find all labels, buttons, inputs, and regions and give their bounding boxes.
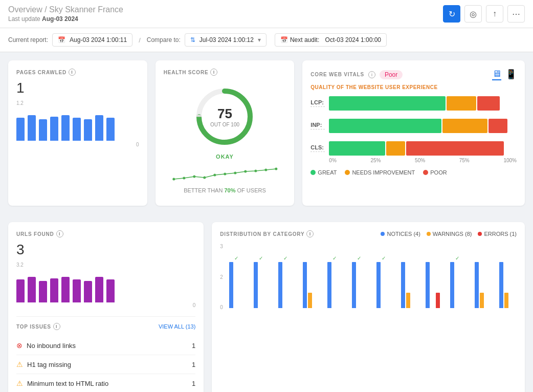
bar bbox=[73, 279, 81, 302]
lcp-red bbox=[477, 96, 500, 111]
dist-bar bbox=[475, 262, 479, 308]
second-row bbox=[0, 214, 533, 222]
dist-legend: NOTICES (4)WARNINGS (8)ERRORS (1) bbox=[381, 231, 517, 237]
main-grid: PAGES CRAWLED i 1 1.2 0 HEALTH SCORE i bbox=[0, 52, 533, 214]
compare-calendar-icon: ⇅ bbox=[190, 36, 195, 43]
calendar-icon: 📅 bbox=[58, 36, 65, 43]
dist-col bbox=[300, 244, 320, 308]
vitals-axis: 0% 25% 50% 75% 100% bbox=[310, 158, 517, 163]
dist-bar bbox=[480, 293, 484, 308]
compare-to-label: Compare to: bbox=[147, 36, 181, 43]
compare-to-select[interactable]: ⇅ Jul-03 2024 1:00:12 ▾ bbox=[185, 33, 266, 47]
cwv-info[interactable]: i bbox=[368, 71, 375, 78]
dist-col bbox=[496, 244, 517, 308]
view-all-link[interactable]: VIEW ALL (13) bbox=[159, 323, 195, 330]
sparkline bbox=[164, 164, 286, 184]
bar bbox=[73, 118, 81, 141]
health-score-card: HEALTH SCORE i 75 OUT OF 100 OKAY bbox=[156, 60, 295, 206]
dist-info[interactable]: i bbox=[306, 230, 314, 237]
dist-bar bbox=[504, 293, 508, 308]
bar bbox=[95, 115, 103, 141]
bar bbox=[106, 118, 115, 141]
compare-to-value: Jul-03 2024 1:00:12 bbox=[199, 36, 254, 43]
pages-crawled-info[interactable]: i bbox=[69, 69, 76, 76]
share-button[interactable]: ◎ bbox=[464, 5, 482, 23]
issue-icon: ⊗ bbox=[16, 341, 23, 350]
health-status: OKAY bbox=[216, 154, 234, 160]
dist-bars-wrap bbox=[450, 262, 464, 308]
bar bbox=[16, 279, 25, 302]
dist-y-3: 3 bbox=[220, 244, 223, 249]
dist-chart-wrapper: 3 2 0 ✓✓✓✓✓✓✓ bbox=[220, 244, 517, 310]
health-score-container: 75 OUT OF 100 OKAY BETTE bbox=[164, 78, 286, 198]
dist-legend-dot bbox=[427, 232, 431, 236]
dist-legend-label: WARNINGS (8) bbox=[433, 231, 472, 237]
header-left: Overview / Sky Skanner France Last updat… bbox=[8, 5, 123, 23]
pages-crawled-scale-max: 1.2 bbox=[16, 100, 139, 106]
dist-bar bbox=[254, 262, 258, 308]
urls-found-title: URLS FOUND i bbox=[16, 230, 195, 237]
svg-point-9 bbox=[234, 172, 236, 175]
bar bbox=[84, 119, 92, 141]
cls-row: CLS: bbox=[310, 141, 517, 156]
dist-title: DISTRIBUTION BY CATEGORY i bbox=[220, 230, 314, 237]
breadcrumb-prefix: Overview bbox=[8, 5, 42, 14]
cls-green bbox=[329, 141, 385, 156]
dist-y-axis: 3 2 0 bbox=[220, 244, 223, 310]
pages-crawled-title: PAGES CRAWLED i bbox=[16, 69, 139, 76]
dist-bar bbox=[401, 262, 405, 308]
dist-legend-item: WARNINGS (8) bbox=[427, 231, 472, 237]
mobile-icon[interactable]: 📱 bbox=[505, 69, 517, 80]
legend-needs-improvement: NEEDS IMPROVEMENT bbox=[345, 169, 415, 176]
health-score-info[interactable]: i bbox=[210, 69, 217, 76]
top-issues-card: URLS FOUND i 3 3.2 0 TOP ISSUES i VIEW A… bbox=[8, 222, 204, 392]
issues-info[interactable]: i bbox=[53, 323, 60, 330]
app-header: Overview / Sky Skanner France Last updat… bbox=[0, 0, 533, 28]
upload-button[interactable]: ↑ bbox=[486, 5, 503, 23]
dist-check: ✓ bbox=[382, 255, 386, 261]
dist-check: ✓ bbox=[357, 255, 361, 261]
legend-improvement-label: NEEDS IMPROVEMENT bbox=[352, 169, 415, 176]
dist-col: ✓ bbox=[251, 244, 271, 308]
dist-bar bbox=[450, 262, 454, 308]
cwv-subtitle: QUALITY OF THE WEBSITE USER EXPERIENCE bbox=[310, 84, 517, 90]
dist-bars-wrap bbox=[475, 262, 489, 308]
pages-crawled-value: 1 bbox=[16, 80, 139, 96]
bar bbox=[61, 277, 70, 302]
page-title: Overview / Sky Skanner France bbox=[8, 5, 123, 14]
lcp-label: LCP: bbox=[310, 99, 325, 107]
distribution-card: DISTRIBUTION BY CATEGORY i NOTICES (4)WA… bbox=[212, 222, 525, 392]
issues-title: TOP ISSUES i bbox=[16, 323, 60, 330]
issue-count: 1 bbox=[192, 361, 195, 368]
legend-poor: POOR bbox=[423, 169, 447, 176]
donut-label: OUT OF 100 bbox=[210, 122, 239, 127]
current-report-label: Current report: bbox=[8, 36, 48, 43]
bar bbox=[84, 281, 92, 303]
dist-bars-wrap bbox=[376, 262, 391, 308]
lcp-row: LCP: bbox=[310, 96, 517, 111]
dist-col: ✓ bbox=[349, 244, 369, 308]
desktop-icon[interactable]: 🖥 bbox=[492, 69, 501, 80]
refresh-button[interactable]: ↻ bbox=[443, 5, 460, 23]
dist-col bbox=[472, 244, 492, 308]
toolbar-separator: / bbox=[137, 36, 143, 44]
lcp-green bbox=[329, 96, 445, 111]
urls-found-info[interactable]: i bbox=[56, 230, 63, 237]
svg-point-10 bbox=[244, 170, 247, 173]
dist-bar bbox=[406, 293, 410, 308]
dist-chart: 3 2 0 ✓✓✓✓✓✓✓ bbox=[220, 244, 517, 325]
dist-bars: ✓✓✓✓✓✓✓ bbox=[226, 244, 517, 310]
dist-check: ✓ bbox=[332, 255, 337, 261]
lcp-orange bbox=[447, 96, 477, 111]
dist-check: ✓ bbox=[259, 255, 263, 261]
issues-header: TOP ISSUES i VIEW ALL (13) bbox=[16, 323, 195, 330]
svg-point-7 bbox=[213, 174, 216, 177]
svg-point-6 bbox=[203, 177, 206, 179]
more-button[interactable]: ⋯ bbox=[507, 5, 525, 23]
issue-count: 1 bbox=[192, 380, 195, 387]
compare-dropdown-icon: ▾ bbox=[258, 36, 261, 43]
current-report-select[interactable]: 📅 Aug-03 2024 1:00:11 bbox=[52, 33, 132, 47]
issue-icon: ⚠ bbox=[16, 360, 23, 368]
inp-row: INP: bbox=[310, 119, 517, 133]
dist-bars-wrap bbox=[352, 262, 366, 308]
